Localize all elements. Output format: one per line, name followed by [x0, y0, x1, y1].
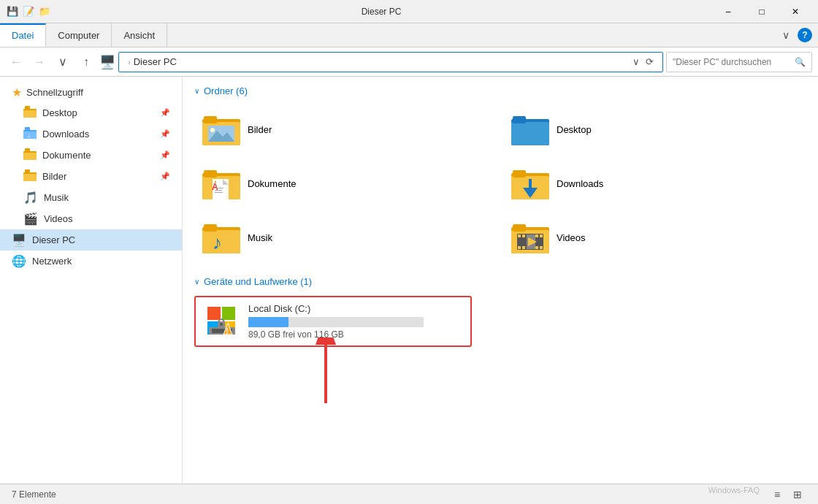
- svg-rect-52: [540, 246, 543, 249]
- svg-rect-36: [529, 179, 532, 189]
- address-refresh-icon[interactable]: ⟳: [643, 56, 657, 67]
- tab-datei[interactable]: Datei: [0, 23, 46, 47]
- forward-button[interactable]: →: [29, 52, 50, 72]
- address-separator: ›: [128, 58, 131, 66]
- address-dropdown-icon[interactable]: ∨: [630, 56, 643, 67]
- svg-rect-21: [513, 116, 526, 123]
- tab-computer[interactable]: Computer: [46, 23, 112, 47]
- ribbon-chevron-button[interactable]: ∨: [777, 26, 795, 44]
- folder-bilder-icon: [23, 169, 37, 183]
- svg-rect-30: [215, 188, 223, 188]
- drive-c-bar-container: [248, 317, 424, 327]
- sidebar-videos-label: Videos: [44, 213, 73, 224]
- folder-videos[interactable]: Videos: [503, 213, 806, 261]
- svg-point-65: [220, 323, 223, 326]
- svg-rect-47: [522, 234, 525, 237]
- videos-folder-icon: [511, 220, 549, 255]
- downloads-folder-icon: [511, 166, 549, 201]
- sidebar-thispc-label: Dieser PC: [32, 234, 75, 245]
- drive-c-icon: !: [203, 304, 241, 339]
- sidebar-network-label: Netzwerk: [32, 256, 72, 267]
- desktop-label: Desktop: [557, 124, 592, 135]
- musik-folder-icon: ♪: [202, 220, 240, 255]
- svg-rect-12: [25, 169, 30, 173]
- maximize-button[interactable]: □: [745, 0, 779, 23]
- folder-musik[interactable]: ♪ Musik: [194, 213, 497, 261]
- svg-rect-35: [513, 170, 526, 177]
- content-area: ∨ Ordner (6) Bilder: [183, 77, 818, 484]
- pin-desktop-icon: 📌: [160, 108, 170, 118]
- arrow-annotation: [297, 337, 355, 405]
- svg-rect-32: [215, 192, 223, 193]
- sidebar-item-downloads[interactable]: ↓ Downloads 📌: [0, 123, 182, 145]
- svg-rect-57: [222, 307, 235, 320]
- folder-desktop[interactable]: Desktop: [503, 105, 806, 153]
- svg-rect-46: [518, 234, 521, 237]
- svg-text:♪: ♪: [213, 232, 222, 253]
- svg-rect-49: [522, 246, 525, 249]
- sidebar-item-bilder[interactable]: Bilder 📌: [0, 166, 182, 187]
- help-button[interactable]: ?: [798, 28, 812, 42]
- folder-grid: Bilder Desktop: [194, 105, 806, 261]
- sidebar-item-videos[interactable]: 🎬 Videos: [0, 208, 182, 229]
- view-details-button[interactable]: ≡: [768, 486, 786, 503]
- svg-rect-8: [23, 153, 37, 160]
- sidebar-item-desktop[interactable]: Desktop 📌: [0, 102, 182, 123]
- folder-bilder[interactable]: Bilder: [194, 105, 497, 153]
- back-button[interactable]: ←: [6, 52, 26, 72]
- tab-ansicht[interactable]: Ansicht: [112, 23, 167, 47]
- folders-section-header[interactable]: ∨ Ordner (6): [194, 85, 806, 96]
- window-icon-save: 💾: [6, 5, 19, 18]
- folder-dokumente[interactable]: A Dokumente: [194, 159, 497, 207]
- star-icon: ★: [12, 85, 22, 99]
- main-layout: ★ Schnellzugriff Desktop 📌 ↓ Downloads 📌…: [0, 77, 818, 484]
- search-box[interactable]: 🔍: [666, 52, 812, 72]
- ribbon-tabs: Datei Computer Ansicht ∨ ?: [0, 23, 818, 47]
- svg-point-18: [210, 128, 215, 132]
- folder-dokumente-icon: [23, 148, 37, 162]
- svg-rect-24: [204, 170, 217, 177]
- svg-rect-44: [513, 224, 526, 232]
- up-button[interactable]: ↑: [76, 52, 96, 72]
- bilder-label: Bilder: [248, 124, 272, 135]
- view-tiles-button[interactable]: ⊞: [789, 486, 806, 503]
- svg-rect-31: [215, 190, 222, 191]
- close-button[interactable]: ✕: [779, 0, 812, 23]
- svg-rect-11: [23, 174, 37, 181]
- sidebar-item-thispc[interactable]: 🖥️ Dieser PC: [0, 229, 182, 251]
- drive-c[interactable]: ! Local Disk (C:) 89,0 GB frei von 116 G…: [194, 296, 472, 347]
- sidebar-item-network[interactable]: 🌐 Netzwerk: [0, 251, 182, 272]
- sidebar-desktop-label: Desktop: [42, 107, 77, 118]
- drive-c-name: Local Disk (C:): [248, 303, 463, 314]
- svg-rect-2: [25, 106, 30, 110]
- desktop-folder-icon: [511, 112, 549, 147]
- status-item-count: 7 Elemente: [12, 489, 56, 500]
- ribbon: Datei Computer Ansicht ∨ ?: [0, 23, 818, 47]
- pin-dokumente-icon: 📌: [160, 150, 170, 160]
- svg-rect-5: [25, 127, 30, 131]
- svg-rect-53: [535, 246, 538, 249]
- svg-rect-9: [25, 148, 30, 152]
- status-bar-right: Windows-FAQ ≡ ⊞: [708, 486, 806, 503]
- thispc-icon: 🖥️: [12, 233, 26, 247]
- pin-bilder-icon: 📌: [160, 172, 170, 181]
- dropdown-button[interactable]: ∨: [53, 52, 73, 72]
- minimize-button[interactable]: –: [711, 0, 745, 23]
- search-icon: 🔍: [795, 57, 806, 67]
- sidebar-item-musik[interactable]: 🎵 Musik: [0, 187, 182, 208]
- sidebar-item-dokumente[interactable]: Dokumente 📌: [0, 145, 182, 166]
- drive-c-bar: [248, 317, 288, 327]
- address-box[interactable]: › Dieser PC ∨ ⟳: [118, 52, 663, 72]
- address-location: Dieser PC: [134, 56, 177, 67]
- window-title: Dieser PC: [51, 7, 711, 17]
- devices-section-header[interactable]: ∨ Geräte und Laufwerke (1): [194, 276, 806, 287]
- musik-label: Musik: [248, 232, 272, 243]
- sidebar-quickaccess-header[interactable]: ★ Schnellzugriff: [0, 83, 182, 102]
- folder-downloads[interactable]: Downloads: [503, 159, 806, 207]
- folder-videos-icon: 🎬: [23, 212, 38, 226]
- devices-chevron-icon: ∨: [194, 278, 199, 286]
- address-bar: ← → ∨ ↑ 🖥️ › Dieser PC ∨ ⟳ 🔍: [0, 47, 818, 77]
- dokumente-label: Dokumente: [248, 178, 296, 189]
- search-input[interactable]: [673, 57, 795, 67]
- dokumente-folder-icon: A: [202, 166, 240, 201]
